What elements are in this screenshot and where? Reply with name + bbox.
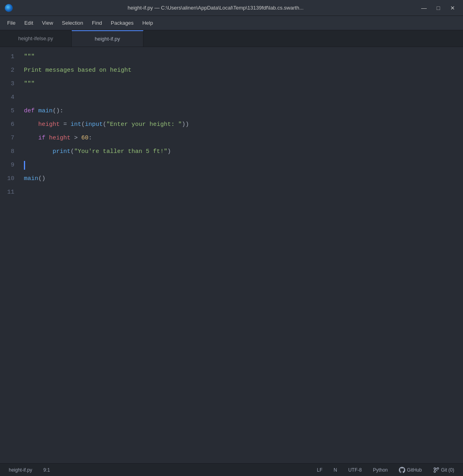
code-line-1: """ — [21, 50, 463, 64]
menu-file[interactable]: File — [3, 18, 20, 27]
token-gt: > — [71, 131, 81, 145]
status-encoding-indicator[interactable]: N — [331, 466, 339, 474]
status-git-text: Git (0) — [441, 467, 454, 473]
line-num-5: 5 — [3, 104, 14, 118]
status-github[interactable]: GitHub — [396, 466, 424, 474]
menu-packages[interactable]: Packages — [107, 18, 137, 27]
status-filename-text: height-if.py — [9, 467, 32, 473]
status-git[interactable]: Git (0) — [431, 466, 457, 474]
token-paren-7: () — [38, 172, 45, 186]
token-indent-7 — [24, 131, 38, 145]
app-icon — [5, 4, 13, 12]
git-icon — [433, 467, 439, 473]
token-paren-5: ( — [71, 145, 74, 159]
tab-height-ifelse[interactable]: height-ifelse.py — [0, 30, 72, 47]
status-lf-text: LF — [317, 467, 322, 473]
tab-spacer — [143, 30, 463, 47]
token-paren-4: )) — [182, 118, 189, 131]
statusbar-right: LF N UTF-8 Python GitHub — [314, 466, 457, 474]
window-controls: — □ ✕ — [418, 2, 458, 14]
code-line-7: if height > 60: — [21, 131, 463, 145]
status-n-text: N — [334, 467, 337, 473]
status-language[interactable]: Python — [371, 466, 390, 474]
status-utf8-text: UTF-8 — [348, 467, 362, 473]
token-colon-1: : — [60, 104, 63, 118]
token-paren-6: ) — [167, 145, 171, 159]
menu-edit[interactable]: Edit — [20, 18, 37, 27]
token-print: print — [53, 145, 71, 159]
menubar: File Edit View Selection Find Packages H… — [0, 16, 463, 30]
token-paren-3: ( — [103, 118, 106, 131]
line-num-9: 9 — [3, 159, 14, 172]
token-def: def — [24, 104, 38, 118]
line-num-11: 11 — [3, 186, 14, 199]
close-button[interactable]: ✕ — [447, 2, 458, 14]
svg-point-2 — [434, 471, 436, 472]
token-docstring-text: Print messages based on height — [24, 64, 131, 77]
token-colon-2: : — [88, 131, 92, 145]
tabbar: height-ifelse.py height-if.py — [0, 30, 463, 47]
statusbar: height-if.py 9:1 LF N UTF-8 Python GitHu… — [0, 463, 463, 476]
token-input: input — [85, 118, 103, 131]
editor: 1 2 3 4 5 6 7 8 9 10 11 """ Print messag… — [0, 47, 463, 463]
menu-view[interactable]: View — [38, 18, 57, 27]
token-string-2: "You're taller than 5 ft!" — [74, 145, 167, 159]
menu-help[interactable]: Help — [138, 18, 157, 27]
line-numbers: 1 2 3 4 5 6 7 8 9 10 11 — [0, 47, 21, 463]
line-num-4: 4 — [3, 91, 14, 104]
statusbar-left: height-if.py 9:1 — [6, 466, 52, 474]
token-60: 60 — [81, 131, 88, 145]
code-line-5: def main(): — [21, 104, 463, 118]
status-position[interactable]: 9:1 — [41, 466, 53, 474]
token-indent-6 — [24, 118, 38, 131]
status-encoding[interactable]: UTF-8 — [346, 466, 364, 474]
minimize-button[interactable]: — — [418, 2, 430, 14]
menu-selection[interactable]: Selection — [58, 18, 87, 27]
line-num-6: 6 — [3, 118, 14, 131]
line-num-1: 1 — [3, 50, 14, 64]
code-line-2: Print messages based on height — [21, 64, 463, 77]
token-indent-8 — [24, 145, 53, 159]
line-num-7: 7 — [3, 131, 14, 145]
tab-label-if: height-if.py — [95, 36, 120, 42]
titlebar: height-if.py — C:\Users\alinen\AppData\L… — [0, 0, 463, 16]
text-cursor — [24, 161, 25, 170]
status-line-ending[interactable]: LF — [314, 466, 325, 474]
code-editor[interactable]: """ Print messages based on height """ d… — [21, 47, 463, 463]
window-title: height-if.py — C:\Users\alinen\AppData\L… — [17, 5, 414, 11]
token-docstring-close: """ — [24, 77, 35, 91]
svg-line-5 — [435, 469, 437, 471]
status-filename[interactable]: height-if.py — [6, 466, 35, 474]
token-docstring-open: """ — [24, 50, 35, 64]
code-line-9 — [21, 159, 463, 172]
line-num-3: 3 — [3, 77, 14, 91]
code-line-10: main() — [21, 172, 463, 186]
github-icon — [399, 467, 405, 473]
code-line-11 — [21, 186, 463, 199]
code-line-4 — [21, 91, 463, 104]
status-position-text: 9:1 — [43, 467, 50, 473]
svg-point-0 — [434, 468, 436, 469]
token-main: main — [38, 104, 53, 118]
line-num-8: 8 — [3, 145, 14, 159]
token-paren-2: ( — [81, 118, 85, 131]
code-line-8: print("You're taller than 5 ft!") — [21, 145, 463, 159]
menu-find[interactable]: Find — [88, 18, 106, 27]
line-num-2: 2 — [3, 64, 14, 77]
svg-point-1 — [437, 468, 439, 469]
token-paren-1: () — [53, 104, 60, 118]
status-python-text: Python — [373, 467, 388, 473]
token-eq: = — [60, 118, 71, 131]
code-line-3: """ — [21, 77, 463, 91]
tab-height-if[interactable]: height-if.py — [72, 30, 143, 47]
token-main-call: main — [24, 172, 38, 186]
status-github-text: GitHub — [407, 467, 422, 473]
line-num-10: 10 — [3, 172, 14, 186]
tab-label-ifelse: height-ifelse.py — [18, 35, 53, 41]
token-int: int — [71, 118, 81, 131]
code-line-6: height = int(input("Enter your height: "… — [21, 118, 463, 131]
token-string-1: "Enter your height: " — [106, 118, 182, 131]
maximize-button[interactable]: □ — [433, 2, 444, 14]
token-height-var: height — [38, 118, 60, 131]
token-height-2: height — [49, 131, 71, 145]
